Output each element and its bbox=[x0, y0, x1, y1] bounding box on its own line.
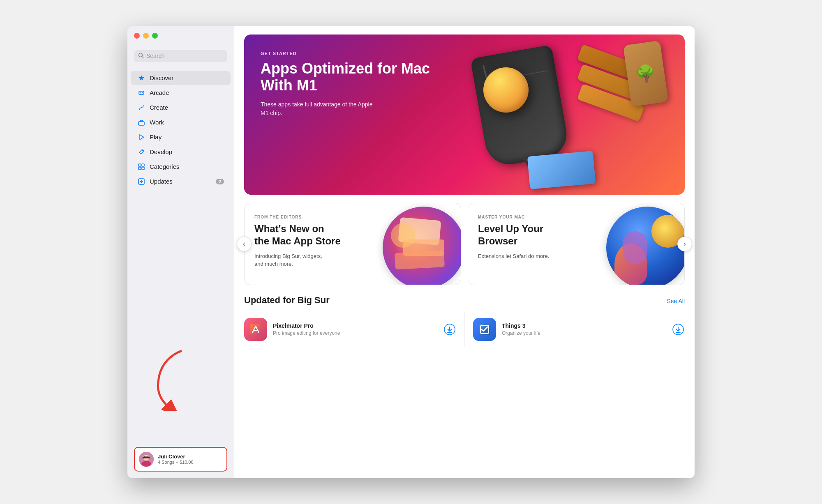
sidebar-bottom: Juli Clover 4 Songs + $10.00 bbox=[127, 440, 234, 478]
app-item-0[interactable]: Pixelmator Pro Pro image editing for eve… bbox=[244, 312, 464, 347]
updates-badge: 2 bbox=[216, 179, 224, 184]
user-profile[interactable]: Juli Clover 4 Songs + $10.00 bbox=[134, 447, 227, 472]
paintbrush-icon bbox=[137, 104, 145, 111]
sidebar-item-work[interactable]: Work bbox=[131, 115, 231, 129]
search-bar[interactable]: Search bbox=[134, 50, 227, 62]
grid-icon bbox=[137, 163, 145, 170]
maximize-button[interactable] bbox=[152, 33, 158, 39]
svg-point-4 bbox=[142, 92, 143, 93]
app-desc-pixelmator: Pro image editing for everyone bbox=[273, 330, 437, 336]
svg-line-1 bbox=[142, 56, 144, 58]
sidebar-item-play[interactable]: Play bbox=[131, 130, 231, 144]
sidebar-item-updates[interactable]: Updates 2 bbox=[131, 175, 231, 189]
sidebar-item-develop[interactable]: Develop bbox=[131, 145, 231, 159]
sidebar-item-discover[interactable]: Discover bbox=[131, 71, 231, 85]
app-desc-things: Organize your life bbox=[502, 330, 666, 336]
card-text-1: MASTER YOUR MAC Level Up YourBrowser Ext… bbox=[478, 215, 674, 260]
briefcase-icon bbox=[137, 119, 145, 126]
editorial-cards: ‹ FROM THE EDITORS What's New onthe Mac … bbox=[244, 203, 685, 285]
svg-point-6 bbox=[139, 109, 140, 110]
user-name: Juli Clover bbox=[158, 453, 194, 460]
card-title-1: Level Up YourBrowser bbox=[478, 223, 674, 247]
sidebar: Search Discover bbox=[127, 26, 234, 478]
download-button-things[interactable] bbox=[672, 323, 685, 336]
avatar bbox=[139, 452, 154, 467]
chevron-left-icon: ‹ bbox=[243, 239, 245, 248]
app-name-pixelmator: Pixelmator Pro bbox=[273, 322, 437, 329]
sidebar-item-label: Create bbox=[150, 104, 168, 111]
sidebar-item-label: Work bbox=[150, 119, 164, 126]
hero-subtitle: These apps take full advantage of the Ap… bbox=[261, 100, 376, 117]
red-arrow-indicator bbox=[152, 349, 189, 412]
card-desc-0: Introducing Big Sur, widgets,and much mo… bbox=[254, 252, 451, 268]
hero-title: Apps Optimized for MacWith M1 bbox=[261, 60, 430, 94]
user-info: Juli Clover 4 Songs + $10.00 bbox=[158, 453, 194, 465]
sidebar-item-label: Develop bbox=[150, 148, 172, 155]
search-icon bbox=[138, 53, 144, 60]
app-info-pixelmator: Pixelmator Pro Pro image editing for eve… bbox=[273, 322, 437, 336]
sidebar-item-label: Play bbox=[150, 133, 162, 140]
search-placeholder: Search bbox=[146, 53, 164, 59]
sidebar-item-create[interactable]: Create bbox=[131, 101, 231, 115]
section-header: Updated for Big Sur See All bbox=[244, 295, 685, 306]
close-button[interactable] bbox=[134, 33, 140, 39]
see-all-link[interactable]: See All bbox=[667, 298, 685, 304]
svg-point-5 bbox=[143, 93, 143, 94]
svg-point-18 bbox=[144, 456, 145, 458]
play-icon bbox=[137, 133, 145, 141]
app-window: Search Discover bbox=[127, 26, 695, 478]
editorial-card-1[interactable]: MASTER YOUR MAC Level Up YourBrowser Ext… bbox=[468, 203, 685, 285]
card-text-0: FROM THE EDITORS What's New onthe Mac Ap… bbox=[254, 215, 451, 268]
nav-list: Discover Arcade bbox=[127, 69, 234, 191]
sidebar-item-label: Discover bbox=[150, 74, 173, 81]
editorial-card-0[interactable]: FROM THE EDITORS What's New onthe Mac Ap… bbox=[244, 203, 461, 285]
sidebar-item-categories[interactable]: Categories bbox=[131, 160, 231, 174]
traffic-lights bbox=[134, 33, 158, 39]
app-icon-pixelmator bbox=[244, 318, 267, 341]
download-button-pixelmator[interactable] bbox=[443, 323, 456, 336]
sidebar-item-label: Updates bbox=[150, 178, 173, 185]
card-tag-0: FROM THE EDITORS bbox=[254, 215, 451, 219]
sidebar-item-label: Arcade bbox=[150, 89, 169, 96]
section-title: Updated for Big Sur bbox=[244, 295, 330, 306]
user-detail: 4 Songs + $10.00 bbox=[158, 460, 194, 465]
hammer-icon bbox=[137, 148, 145, 156]
svg-rect-9 bbox=[142, 164, 144, 166]
app-info-things: Things 3 Organize your life bbox=[502, 322, 666, 336]
prev-arrow[interactable]: ‹ bbox=[237, 237, 252, 251]
app-item-1[interactable]: Things 3 Organize your life bbox=[464, 312, 685, 347]
hero-text: GET STARTED Apps Optimized for MacWith M… bbox=[261, 51, 430, 118]
star-icon bbox=[137, 74, 145, 82]
svg-point-19 bbox=[147, 456, 149, 458]
sidebar-item-label: Categories bbox=[150, 163, 180, 170]
sidebar-item-arcade[interactable]: Arcade bbox=[131, 86, 231, 100]
svg-rect-7 bbox=[139, 122, 144, 125]
hero-banner[interactable]: GET STARTED Apps Optimized for MacWith M… bbox=[244, 35, 685, 195]
svg-rect-20 bbox=[250, 324, 261, 335]
main-content: GET STARTED Apps Optimized for MacWith M… bbox=[234, 26, 695, 478]
hero-decorations: 🌳 bbox=[420, 35, 685, 195]
card-tag-1: MASTER YOUR MAC bbox=[478, 215, 674, 219]
svg-rect-10 bbox=[139, 167, 141, 170]
svg-rect-8 bbox=[139, 164, 141, 166]
apps-list: Pixelmator Pro Pro image editing for eve… bbox=[244, 312, 685, 347]
next-arrow[interactable]: › bbox=[677, 237, 692, 251]
card-desc-1: Extensions let Safari do more. bbox=[478, 252, 674, 260]
gamecontroller-icon bbox=[137, 89, 145, 97]
card-title-0: What's New onthe Mac App Store bbox=[254, 223, 451, 247]
minimize-button[interactable] bbox=[143, 33, 149, 39]
hero-tag: GET STARTED bbox=[261, 51, 430, 56]
chevron-right-icon: › bbox=[683, 239, 686, 248]
app-name-things: Things 3 bbox=[502, 322, 666, 329]
svg-rect-11 bbox=[142, 167, 144, 170]
app-icon-things bbox=[473, 318, 496, 341]
arrow-down-box-icon bbox=[137, 178, 145, 185]
